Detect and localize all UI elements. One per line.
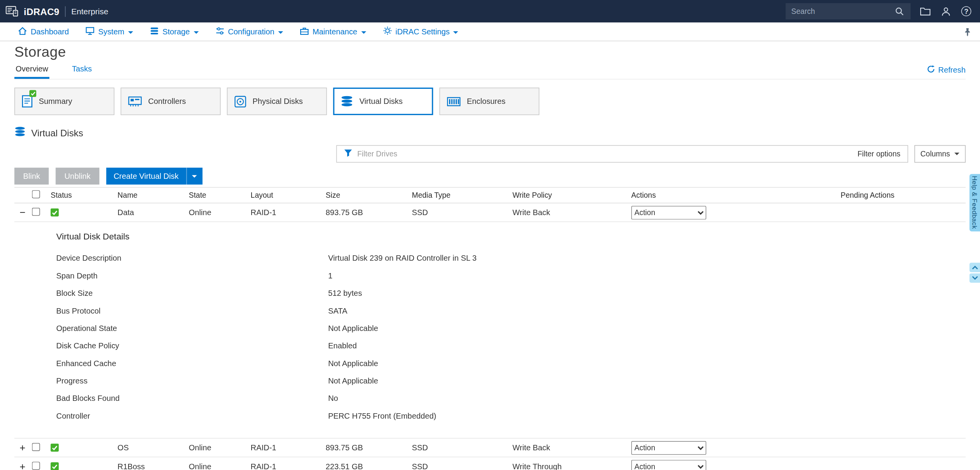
nav-label: Maintenance [313, 27, 357, 36]
help-feedback-tab[interactable]: Help & Feedback [969, 174, 980, 231]
card-virtual-disks[interactable]: Virtual Disks [333, 88, 433, 115]
refresh-button[interactable]: Refresh [927, 65, 966, 79]
idrac-settings-icon [383, 26, 392, 37]
card-physical-disks[interactable]: Physical Disks [227, 88, 327, 115]
nav-item-storage[interactable]: Storage [150, 27, 199, 37]
filter-drives-input[interactable] [357, 149, 852, 158]
row-checkbox[interactable] [32, 443, 40, 451]
tab-tasks[interactable]: Tasks [71, 63, 93, 79]
expand-row-icon[interactable]: + [18, 443, 27, 453]
page-title: Storage [14, 44, 965, 60]
table-row-r1boss: + R1Boss Online RAID-1 223.51 GB SSD Wri… [14, 457, 965, 470]
blink-button[interactable]: Blink [14, 168, 49, 185]
nav-label: System [98, 27, 125, 36]
detail-label: Block Size [56, 289, 328, 298]
vd-state: Online [188, 208, 249, 217]
refresh-icon [927, 65, 935, 75]
vd-size: 223.51 GB [324, 462, 411, 470]
chevron-down-icon [128, 31, 133, 33]
chevron-down-icon[interactable] [186, 168, 202, 185]
select-all-checkbox[interactable] [32, 190, 40, 198]
card-label: Controllers [148, 97, 186, 106]
chevron-down-icon [453, 31, 458, 33]
status-ok-icon [51, 462, 59, 470]
topbar: iDRAC9 Enterprise ? [0, 0, 980, 22]
storage-icon [150, 27, 159, 37]
create-virtual-disk-button[interactable]: Create Virtual Disk [106, 168, 202, 185]
collapse-row-icon[interactable]: − [18, 207, 27, 217]
funnel-icon [343, 149, 352, 159]
columns-button[interactable]: Columns [914, 145, 965, 163]
detail-row: Enhanced Cache Not Applicable [56, 355, 966, 372]
detail-row: Controller PERC H755 Front (Embedded) [56, 407, 966, 425]
detail-row: Progress Not Applicable [56, 372, 966, 390]
expand-row-icon[interactable]: + [18, 462, 27, 470]
card-summary[interactable]: Summary [14, 88, 114, 115]
nav-label: iDRAC Settings [395, 27, 450, 36]
scroll-up-button[interactable] [969, 263, 980, 272]
columns-label: Columns [921, 149, 950, 158]
filter-options-link[interactable]: Filter options [857, 149, 900, 158]
chevron-down-icon [278, 31, 283, 33]
col-write-policy: Write Policy [511, 191, 630, 200]
filter-box: Filter options [336, 145, 908, 163]
configuration-icon [215, 27, 224, 37]
card-label: Virtual Disks [359, 97, 402, 106]
folder-icon[interactable] [919, 5, 931, 17]
scroll-arrows [969, 263, 980, 283]
home-icon [18, 27, 27, 37]
main-nav: Dashboard System Storage Configuration M… [0, 22, 980, 41]
physical-disks-icon [234, 95, 246, 107]
nav-item-idrac-settings[interactable]: iDRAC Settings [383, 26, 458, 37]
vd-layout: RAID-1 [249, 208, 324, 217]
detail-label: Enhanced Cache [56, 359, 328, 368]
col-media-type: Media Type [411, 191, 511, 200]
table-row-data: − Data Online RAID-1 893.75 GB SSD Write… [14, 203, 965, 222]
system-icon [86, 27, 95, 37]
virtual-disks-table: Status Name State Layout Size Media Type… [14, 187, 965, 470]
detail-row: Bad Blocks Found No [56, 390, 966, 407]
tabs-row: Overview Tasks Refresh [14, 63, 965, 80]
user-icon[interactable] [939, 5, 952, 17]
card-enclosures[interactable]: Enclosures [439, 88, 539, 115]
help-icon[interactable]: ? [960, 5, 972, 17]
vd-media-type: SSD [411, 462, 511, 470]
nav-item-dashboard[interactable]: Dashboard [18, 27, 69, 37]
search-icon[interactable] [893, 5, 905, 17]
detail-row: Bus Protocol SATA [56, 302, 966, 319]
detail-value: Virtual Disk 239 on RAID Controller in S… [328, 254, 476, 263]
action-select[interactable]: Action [631, 441, 706, 455]
idrac-logo [6, 5, 18, 17]
table-row-os: + OS Online RAID-1 893.75 GB SSD Write B… [14, 439, 965, 458]
topbar-right: ? [786, 3, 972, 19]
enclosures-icon [447, 97, 461, 106]
nav-item-maintenance[interactable]: Maintenance [300, 27, 366, 37]
pin-icon[interactable] [964, 27, 971, 36]
action-select[interactable]: Action [631, 205, 706, 219]
card-controllers[interactable]: Controllers [121, 88, 221, 115]
vd-layout: RAID-1 [249, 462, 324, 470]
action-select[interactable]: Action [631, 460, 706, 470]
maintenance-icon [300, 27, 309, 37]
unblink-button[interactable]: Unblink [56, 168, 99, 185]
search-input[interactable] [791, 7, 888, 16]
vd-media-type: SSD [411, 208, 511, 217]
row-checkbox[interactable] [32, 462, 40, 470]
nav-label: Dashboard [30, 27, 69, 36]
table-header: Status Name State Layout Size Media Type… [14, 187, 965, 203]
vd-size: 893.75 GB [324, 443, 411, 452]
tab-overview[interactable]: Overview [14, 63, 49, 79]
col-name: Name [116, 191, 188, 200]
status-ok-icon [51, 444, 59, 452]
brand: iDRAC9 Enterprise [6, 5, 108, 17]
create-virtual-disk-label: Create Virtual Disk [106, 172, 186, 181]
col-size: Size [324, 191, 411, 200]
row-checkbox[interactable] [32, 207, 40, 215]
detail-label: Controller [56, 412, 328, 421]
status-ok-badge [29, 90, 36, 97]
vd-write-policy: Write Back [511, 443, 630, 452]
scroll-down-button[interactable] [969, 273, 980, 283]
nav-item-configuration[interactable]: Configuration [215, 27, 283, 37]
nav-item-system[interactable]: System [86, 27, 133, 37]
vd-name: OS [116, 443, 188, 452]
